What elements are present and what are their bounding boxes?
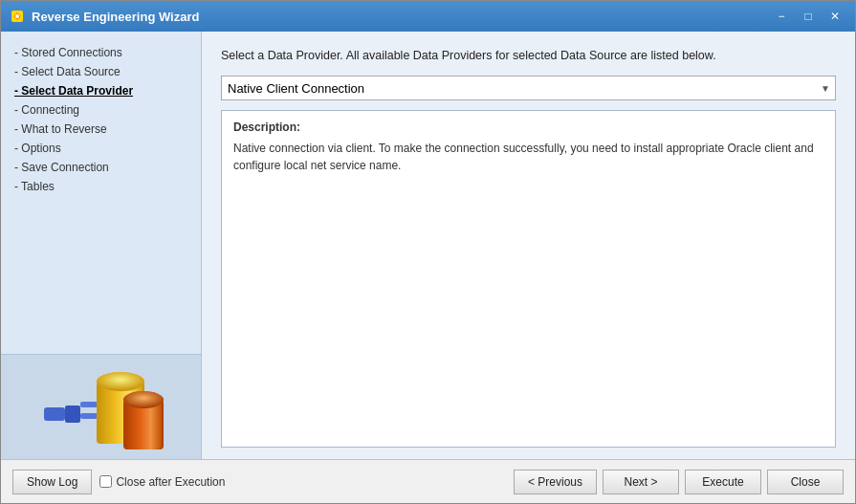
footer: Show Log Close after Execution < Previou… [1, 459, 855, 503]
minimize-button[interactable]: − [769, 7, 794, 26]
content-area: - Stored Connections - Select Data Sourc… [1, 32, 855, 459]
provider-dropdown[interactable]: Native Client Connection ODP.NET Connect… [221, 76, 836, 100]
sidebar-item-what-to-reverse[interactable]: - What to Reverse [14, 120, 187, 139]
description-text: Native connection via client. To make th… [233, 140, 823, 174]
sidebar-item-stored-connections[interactable]: - Stored Connections [14, 43, 187, 62]
sidebar-item-select-data-provider[interactable]: - Select Data Provider [14, 81, 187, 100]
maximize-button[interactable]: □ [796, 7, 821, 26]
execute-button[interactable]: Execute [685, 470, 761, 494]
app-icon [9, 8, 26, 25]
sidebar-item-options[interactable]: - Options [14, 139, 187, 158]
title-bar: Reverse Engineering Wizard − □ ✕ [1, 1, 855, 32]
svg-rect-5 [80, 413, 98, 419]
main-window: Reverse Engineering Wizard − □ ✕ - Store… [0, 0, 856, 504]
svg-rect-3 [65, 405, 80, 423]
close-window-button[interactable]: ✕ [823, 7, 847, 26]
dropdown-wrapper: Native Client Connection ODP.NET Connect… [221, 76, 836, 100]
svg-rect-2 [44, 407, 65, 421]
provider-dropdown-row: Native Client Connection ODP.NET Connect… [221, 76, 836, 100]
window-controls: − □ ✕ [769, 7, 847, 26]
close-button[interactable]: Close [767, 470, 844, 494]
close-after-label[interactable]: Close after Execution [99, 475, 225, 489]
instructions-text: Select a Data Provider. All available Da… [221, 49, 836, 62]
sidebar-item-select-data-source[interactable]: - Select Data Source [14, 62, 187, 81]
previous-button[interactable]: < Previous [514, 470, 597, 494]
description-box: Description: Native connection via clien… [221, 110, 836, 448]
sidebar-illustration [1, 354, 201, 459]
footer-left: Show Log Close after Execution [12, 470, 514, 494]
sidebar: - Stored Connections - Select Data Sourc… [1, 32, 202, 459]
db-illustration [39, 360, 164, 455]
svg-point-10 [97, 372, 144, 391]
sidebar-item-save-connection[interactable]: - Save Connection [14, 158, 187, 177]
sidebar-nav: - Stored Connections - Select Data Sourc… [1, 32, 201, 354]
main-panel: Select a Data Provider. All available Da… [202, 32, 855, 459]
sidebar-item-tables[interactable]: - Tables [14, 177, 187, 196]
svg-point-14 [123, 391, 164, 408]
sidebar-item-connecting[interactable]: - Connecting [14, 100, 187, 120]
svg-point-1 [15, 14, 19, 18]
show-log-button[interactable]: Show Log [12, 470, 92, 494]
description-label: Description: [233, 121, 823, 134]
svg-rect-4 [80, 402, 98, 407]
footer-right: < Previous Next > Execute Close [514, 470, 844, 494]
next-button[interactable]: Next > [603, 470, 679, 494]
close-after-checkbox[interactable] [99, 475, 112, 488]
window-title: Reverse Engineering Wizard [32, 10, 769, 24]
